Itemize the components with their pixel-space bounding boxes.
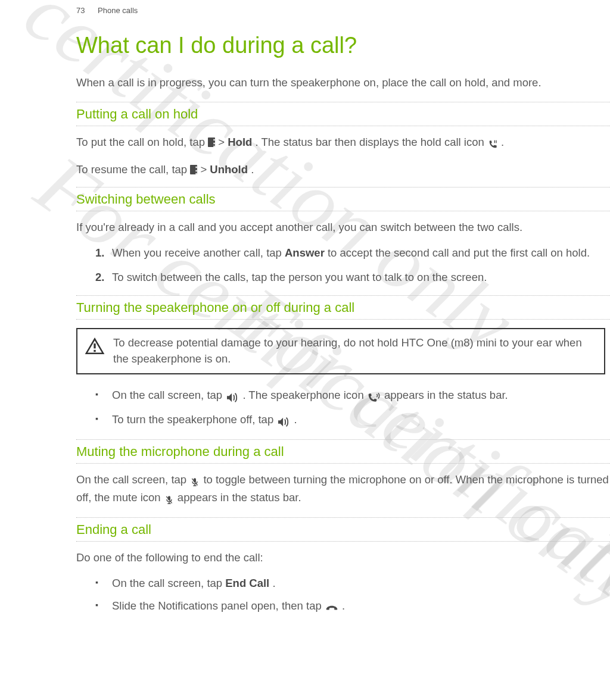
step-number: 2. [95, 270, 104, 286]
text: . [501, 136, 504, 148]
intro-paragraph: When a call is in progress, you can turn… [76, 75, 610, 91]
text: . The status bar then displays the hold … [255, 136, 487, 148]
section-heading-end: Ending a call [76, 517, 610, 542]
list-item: Slide the Notifications panel open, then… [95, 598, 610, 616]
page-number: 73 [76, 6, 85, 15]
mute-paragraph: On the call screen, tap to toggle betwee… [76, 472, 610, 508]
hold-paragraph-1: To put the call on hold, tap > Hold . Th… [76, 135, 610, 152]
warning-box: To decrease potential damage to your hea… [76, 328, 605, 374]
text: When you receive another call, tap [112, 246, 285, 259]
section-name: Phone calls [98, 6, 138, 15]
hold-label: Hold [228, 136, 252, 148]
text: . [342, 599, 345, 612]
text: to accept the second call and put the fi… [328, 246, 590, 259]
svg-rect-2 [94, 343, 95, 348]
warning-text: To decrease potential damage to your hea… [113, 335, 597, 367]
text: To switch between the calls, tap the per… [112, 271, 487, 283]
text: > [200, 163, 210, 176]
menu-overflow-icon [190, 165, 197, 174]
svg-rect-0 [494, 140, 495, 143]
hold-call-icon [487, 136, 498, 152]
page-header: 73 Phone calls [76, 6, 610, 15]
switch-steps: 1. When you receive another call, tap An… [76, 245, 610, 286]
text: . [272, 577, 275, 589]
list-item: 1. When you receive another call, tap An… [95, 245, 610, 261]
page-content: 73 Phone calls What can I do during a ca… [0, 0, 610, 616]
text: To put the call on hold, tap [76, 136, 208, 148]
end-bullets: On the call screen, tap End Call . Slide… [76, 576, 610, 617]
step-number: 1. [95, 245, 104, 261]
text: appears in the status bar. [384, 389, 508, 401]
page-title: What can I do during a call? [76, 33, 610, 58]
svg-rect-1 [496, 140, 496, 143]
speaker-bullets: On the call screen, tap . The speakerpho… [76, 388, 610, 430]
text: > [218, 136, 228, 148]
warning-icon [85, 338, 105, 358]
section-heading-mute: Muting the microphone during a call [76, 439, 610, 464]
list-item: On the call screen, tap . The speakerpho… [95, 388, 610, 405]
section-heading-speaker: Turning the speakerphone on or off durin… [76, 295, 610, 320]
speaker-off-icon [276, 414, 291, 430]
speaker-on-icon [225, 389, 239, 405]
hangup-icon [325, 600, 339, 616]
phone-speaker-icon [367, 389, 381, 405]
switch-intro: If you're already in a call and you acce… [76, 220, 610, 236]
end-intro: Do one of the following to end the call: [76, 550, 610, 566]
text: On the call screen, tap [112, 389, 225, 401]
list-item: 2. To switch between the calls, tap the … [95, 270, 610, 286]
end-call-label: End Call [225, 577, 269, 589]
text: To turn the speakerphone off, tap [112, 413, 276, 426]
text: . [294, 413, 297, 426]
hold-paragraph-2: To resume the call, tap > Unhold . [76, 162, 610, 178]
section-heading-hold: Putting a call on hold [76, 102, 610, 126]
microphone-mute-status-icon [164, 492, 175, 508]
svg-rect-3 [94, 350, 95, 352]
text: Slide the Notifications panel open, then… [112, 599, 325, 612]
text: . The speakerphone icon [242, 389, 366, 401]
text: . [251, 163, 254, 176]
list-item: On the call screen, tap End Call . [95, 576, 610, 592]
menu-overflow-icon [208, 138, 215, 147]
text: On the call screen, tap [112, 577, 225, 589]
section-heading-switch: Switching between calls [76, 187, 610, 211]
list-item: To turn the speakerphone off, tap . [95, 412, 610, 430]
answer-label: Answer [285, 246, 325, 259]
microphone-mute-icon [189, 474, 200, 490]
text: appears in the status bar. [178, 491, 301, 504]
unhold-label: Unhold [210, 163, 248, 176]
text: On the call screen, tap [76, 473, 189, 486]
text: To resume the call, tap [76, 163, 190, 176]
